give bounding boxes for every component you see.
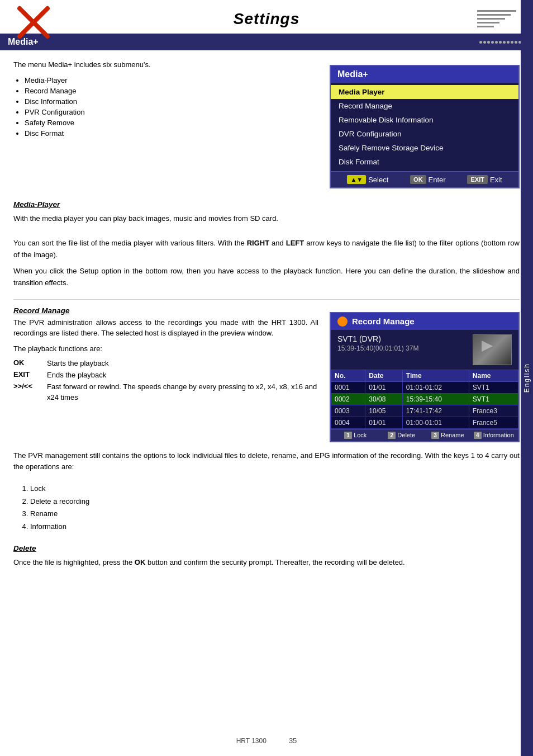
svt-timecode: 15:39-15:40(00:01:01) 37M bbox=[337, 344, 467, 352]
media-ui-box: Media+ Media Player Record Manage Remova… bbox=[330, 65, 520, 188]
record-info: SVT1 (DVR) 15:39-15:40(00:01:01) 37M bbox=[331, 330, 518, 370]
pvr-para: The PVR management still contains the op… bbox=[0, 447, 533, 481]
media-item-0[interactable]: Media Player bbox=[331, 85, 518, 99]
logo-x bbox=[17, 6, 50, 39]
rec-label-lock: Lock bbox=[354, 432, 367, 438]
rec-btn-rename[interactable]: 3 Rename bbox=[425, 432, 470, 439]
intro-text: The menu Media+ includes six submenu's. bbox=[13, 59, 318, 70]
table-header-row: No. Date Time Name bbox=[331, 370, 518, 381]
deco-lines bbox=[477, 10, 516, 27]
footer-product: HRT 1300 bbox=[236, 737, 266, 745]
media-player-para2: You can sort the file list of the media … bbox=[13, 238, 520, 261]
cell-no: 0002 bbox=[331, 393, 365, 405]
media-item-1[interactable]: Record Manage bbox=[331, 99, 518, 113]
cell-name: SVT1 bbox=[469, 381, 518, 393]
record-box-title: Record Manage bbox=[331, 313, 518, 330]
cell-name: France3 bbox=[469, 405, 518, 417]
list-item: Information bbox=[30, 521, 520, 532]
media-item-2[interactable]: Removable Disk Information bbox=[331, 113, 518, 127]
table-row: 0004 01/01 01:00-01:01 France5 bbox=[331, 417, 518, 428]
media-player-subtitle: Media-Player bbox=[13, 199, 520, 211]
select-label: Select bbox=[368, 176, 388, 184]
exit-box: EXIT bbox=[467, 175, 487, 184]
media-item-3[interactable]: DVR Configuration bbox=[331, 127, 518, 141]
media-player-body: You can sort the file list of the media … bbox=[0, 234, 533, 296]
sidebar-english: English bbox=[521, 0, 533, 756]
cell-date: 30/08 bbox=[365, 393, 402, 405]
media-box-footer: ▲▼ Select OK Enter EXIT Exit bbox=[331, 171, 518, 187]
list-item: Rename bbox=[30, 508, 520, 519]
playback-row-ff: >>/<< Fast forward or rewind. The speeds… bbox=[13, 382, 318, 402]
preview-thumbnail bbox=[473, 334, 512, 365]
delete-subtitle: Delete bbox=[13, 542, 520, 555]
pvr-text: The PVR management still contains the op… bbox=[13, 450, 520, 474]
delete-section: Delete Once the file is highlighted, pre… bbox=[0, 538, 533, 578]
list-item: PVR Configuration bbox=[25, 108, 318, 116]
rec-num-2: 2 bbox=[388, 432, 396, 439]
divider bbox=[13, 299, 520, 300]
playback-key-ok: OK bbox=[13, 358, 47, 368]
delete-para: Once the file is highlighted, press the … bbox=[13, 557, 520, 569]
exit-control: EXIT Exit bbox=[467, 175, 502, 184]
record-para1: The PVR administration allows access to … bbox=[13, 317, 318, 339]
rec-num-3: 3 bbox=[431, 432, 439, 439]
playback-key-exit: EXIT bbox=[13, 370, 47, 380]
cell-no: 0001 bbox=[331, 381, 365, 393]
rec-btn-lock[interactable]: 1 Lock bbox=[333, 432, 378, 439]
media-box-title: Media+ bbox=[331, 66, 518, 83]
list-item: Lock bbox=[30, 483, 520, 494]
media-player-para3: When you click the Setup option in the b… bbox=[13, 266, 520, 289]
exit-label: Exit bbox=[490, 176, 502, 184]
media-box-items: Media Player Record Manage Removable Dis… bbox=[331, 83, 518, 171]
record-subtitle: Record Manage bbox=[13, 306, 318, 315]
cell-time: 01:00-01:01 bbox=[402, 417, 469, 428]
ok-control: OK Enter bbox=[410, 175, 446, 184]
playback-list: OK Starts the playback EXIT Ends the pla… bbox=[13, 358, 318, 403]
record-footer: 1 Lock 2 Delete 3 Rename 4 Information bbox=[331, 429, 518, 441]
submenu-list: Media-Player Record Manage Disc Informat… bbox=[25, 76, 318, 138]
rec-btn-delete[interactable]: 2 Delete bbox=[379, 432, 425, 439]
operations-list-section: Lock Delete a recording Rename Informati… bbox=[0, 481, 533, 538]
section-dots bbox=[479, 41, 525, 44]
cell-no: 0003 bbox=[331, 405, 365, 417]
list-item: Delete a recording bbox=[30, 496, 520, 507]
svt-row: SVT1 (DVR) 15:39-15:40(00:01:01) 37M bbox=[337, 334, 512, 365]
cell-date: 01/01 bbox=[365, 417, 402, 428]
operations-list: Lock Delete a recording Rename Informati… bbox=[30, 483, 520, 532]
list-item: Safety Remove bbox=[25, 119, 318, 127]
cell-name: France5 bbox=[469, 417, 518, 428]
col-no: No. bbox=[331, 370, 365, 381]
playback-key-ff: >>/<< bbox=[13, 382, 47, 402]
record-title-label: Record Manage bbox=[352, 316, 415, 326]
record-para2: The playback functions are: bbox=[13, 343, 318, 355]
table-row: 0003 10/05 17:41-17:42 France3 bbox=[331, 405, 518, 417]
page-footer: HRT 1300 35 bbox=[0, 736, 533, 745]
cell-date: 10/05 bbox=[365, 405, 402, 417]
table-row: 0001 01/01 01:01-01:02 SVT1 bbox=[331, 381, 518, 393]
page-header: Settings bbox=[0, 0, 533, 34]
record-ui-box: Record Manage SVT1 (DVR) 15:39-15:40(00:… bbox=[330, 312, 520, 442]
record-right: Record Manage SVT1 (DVR) 15:39-15:40(00:… bbox=[330, 306, 520, 442]
ok-box: OK bbox=[410, 175, 426, 184]
media-item-4[interactable]: Safely Remove Storage Device bbox=[331, 141, 518, 155]
cell-no: 0004 bbox=[331, 417, 365, 428]
rec-btn-info[interactable]: 4 Information bbox=[472, 432, 517, 439]
list-item: Disc Format bbox=[25, 129, 318, 138]
page-title: Settings bbox=[0, 10, 533, 28]
playback-row-ok: OK Starts the playback bbox=[13, 358, 318, 368]
playback-val-ok: Starts the playback bbox=[47, 358, 318, 368]
cell-name: SVT1 bbox=[469, 393, 518, 405]
rec-label-rename: Rename bbox=[441, 432, 464, 438]
left-column: The menu Media+ includes six submenu's. … bbox=[13, 59, 318, 188]
record-section: Record Manage The PVR administration all… bbox=[0, 302, 533, 447]
media-item-5[interactable]: Disk Format bbox=[331, 155, 518, 169]
cell-time: 15:39-15:40 bbox=[402, 393, 469, 405]
sidebar-label: English bbox=[523, 363, 531, 393]
select-control: ▲▼ Select bbox=[347, 175, 388, 184]
cell-date: 01/01 bbox=[365, 381, 402, 393]
rec-label-info: Information bbox=[483, 432, 514, 438]
playback-val-exit: Ends the playback bbox=[47, 370, 318, 380]
playback-row-exit: EXIT Ends the playback bbox=[13, 370, 318, 380]
ok-label: Enter bbox=[429, 176, 446, 184]
list-item: Record Manage bbox=[25, 87, 318, 95]
